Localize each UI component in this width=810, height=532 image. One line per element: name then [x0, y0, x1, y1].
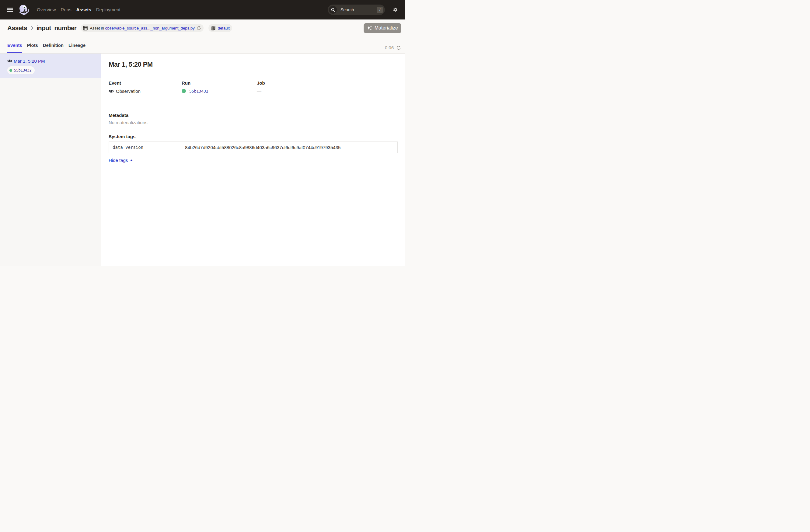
event-list-sidebar: Mar 1, 5:20 PM 55b13432	[0, 53, 101, 266]
divider	[109, 74, 398, 74]
run-status-dot	[182, 89, 186, 93]
settings-button[interactable]	[393, 7, 398, 12]
page-header: Assets input_number Asset in observable_…	[0, 19, 405, 36]
tab-plots[interactable]: Plots	[27, 36, 38, 53]
materialize-button[interactable]: Materialize	[363, 23, 401, 33]
tabs-row: Events Plots Definition Lineage 0:06	[0, 36, 405, 53]
gear-icon	[393, 7, 398, 12]
nav-item-runs[interactable]: Runs	[61, 6, 71, 13]
tag-value-cell: 84b26d7d9204cbf588026c8a9886d403a6c9637c…	[181, 142, 398, 153]
search-shortcut-badge: /	[377, 7, 383, 13]
run-tag[interactable]: 55b13432	[7, 66, 35, 74]
search-placeholder: Search...	[340, 7, 377, 12]
top-nav: Overview Runs Assets Deployment Search..…	[0, 0, 405, 19]
asset-group-link[interactable]: default	[217, 26, 229, 30]
nav-item-assets[interactable]: Assets	[76, 6, 91, 13]
run-column-label: Run	[182, 79, 257, 87]
tab-events[interactable]: Events	[7, 36, 22, 53]
observation-eye-icon	[109, 88, 114, 94]
metadata-heading: Metadata	[109, 112, 398, 119]
table-grid-icon	[83, 26, 87, 30]
event-type-value: Observation	[116, 88, 141, 94]
primary-nav-links: Overview Runs Assets Deployment	[37, 6, 120, 13]
event-detail-title: Mar 1, 5:20 PM	[109, 61, 398, 68]
hide-tags-label: Hide tags	[109, 158, 128, 163]
refresh-button[interactable]	[396, 46, 401, 50]
event-timestamp-link[interactable]: Mar 1, 5:20 PM	[14, 59, 45, 64]
nav-item-deployment[interactable]: Deployment	[96, 6, 120, 13]
system-tags-table: data_version 84b26d7d9204cbf588026c8a988…	[109, 142, 398, 153]
sparkles-icon	[367, 25, 372, 31]
breadcrumb: Assets input_number	[7, 25, 76, 32]
job-column: Job —	[257, 79, 398, 95]
run-status-dot	[10, 69, 12, 72]
event-column-label: Event	[109, 79, 182, 87]
tag-key-cell: data_version	[109, 142, 181, 153]
tabs-spacer	[85, 36, 385, 53]
asset-group-badge: default	[208, 24, 232, 32]
refresh-countdown: 0:06	[385, 45, 394, 50]
event-column: Event Observation	[109, 79, 182, 95]
asset-definition-badge: Asset in observable_source_ass..._non_ar…	[81, 24, 204, 32]
tab-definition[interactable]: Definition	[43, 36, 64, 53]
hamburger-menu-button[interactable]	[7, 4, 13, 15]
breadcrumb-assets-link[interactable]: Assets	[7, 25, 27, 32]
breadcrumb-current: input_number	[36, 25, 77, 32]
event-summary-columns: Event Observation Run 55b13432	[109, 79, 398, 95]
search-input[interactable]: Search... /	[328, 4, 385, 15]
tab-lineage[interactable]: Lineage	[68, 36, 85, 53]
hide-tags-link[interactable]: Hide tags	[109, 158, 133, 163]
job-empty-value: —	[257, 88, 261, 94]
refresh-group: 0:06	[385, 36, 401, 50]
search-icon-circle	[329, 6, 337, 14]
table-row: data_version 84b26d7d9204cbf588026c8a988…	[109, 142, 398, 153]
chevron-right-icon	[31, 26, 33, 30]
asset-source-file-link[interactable]: observable_source_ass..._non_argument_de…	[105, 26, 194, 30]
run-id-label: 55b13432	[14, 68, 32, 72]
content: Mar 1, 5:20 PM 55b13432 Mar 1, 5:20 PM E…	[0, 53, 405, 266]
observation-eye-icon	[7, 59, 12, 63]
reload-icon[interactable]	[197, 26, 201, 30]
event-detail-panel: Mar 1, 5:20 PM Event Observation Run	[101, 53, 405, 266]
materialize-label: Materialize	[375, 25, 398, 31]
tabs: Events Plots Definition Lineage	[7, 36, 85, 53]
metadata-empty-text: No materializations	[109, 119, 398, 126]
dagster-logo[interactable]	[18, 4, 29, 15]
hamburger-icon	[7, 7, 13, 12]
nav-item-overview[interactable]: Overview	[37, 6, 56, 13]
search-icon	[331, 8, 335, 12]
run-id-value: 55b13432	[189, 89, 208, 94]
run-link[interactable]: 55b13432	[182, 89, 208, 94]
run-column: Run 55b13432	[182, 79, 257, 95]
job-column-label: Job	[257, 79, 398, 87]
caret-up-icon	[130, 160, 133, 161]
system-tags-heading: System tags	[109, 133, 398, 140]
event-list-item[interactable]: Mar 1, 5:20 PM 55b13432	[0, 53, 101, 78]
asset-badge-prefix: Asset in	[90, 26, 104, 30]
asset-group-icon	[211, 26, 215, 30]
refresh-icon	[396, 46, 401, 50]
